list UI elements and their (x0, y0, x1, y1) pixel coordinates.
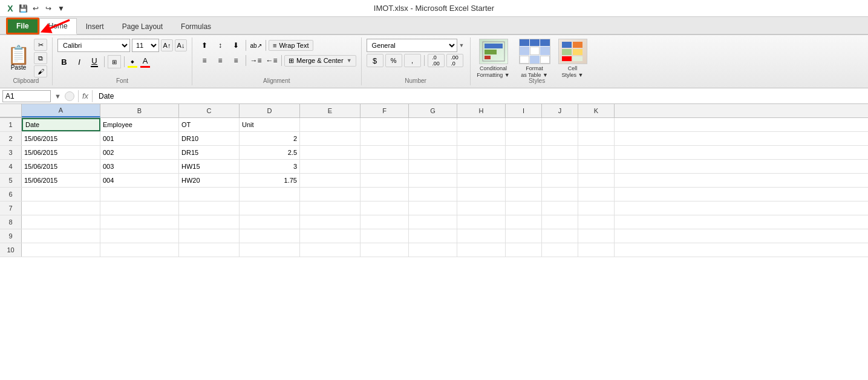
cell-A7[interactable] (22, 201, 100, 215)
cell-K9[interactable] (578, 229, 615, 243)
cell-G8[interactable] (409, 215, 457, 229)
comma-button[interactable]: , (404, 54, 421, 67)
cell-E5[interactable] (300, 174, 361, 187)
cell-styles-button[interactable]: CellStyles ▼ (558, 39, 588, 79)
cell-E6[interactable] (300, 188, 361, 201)
cell-K4[interactable] (578, 160, 615, 173)
cell-J5[interactable] (542, 174, 578, 187)
cell-I4[interactable] (506, 160, 542, 173)
row-number-8[interactable]: 8 (0, 215, 22, 229)
cell-F2[interactable] (361, 132, 409, 145)
cell-ref-dropdown[interactable]: ▼ (53, 93, 62, 100)
col-header-E[interactable]: E (300, 104, 361, 117)
copy-button[interactable]: ⧉ (34, 52, 47, 64)
cell-F7[interactable] (361, 201, 409, 215)
row-number-6[interactable]: 6 (0, 188, 22, 201)
cell-J3[interactable] (542, 146, 578, 159)
currency-button[interactable]: $ (367, 54, 383, 67)
cell-I9[interactable] (506, 229, 542, 243)
cell-J2[interactable] (542, 132, 578, 145)
middle-align-button[interactable]: ↕ (213, 39, 227, 52)
col-header-K[interactable]: K (578, 104, 615, 117)
tab-home[interactable]: Home (39, 18, 77, 34)
format-as-table-button[interactable]: Formatas Table ▼ (514, 39, 556, 79)
row-number-5[interactable]: 5 (0, 174, 22, 187)
col-header-G[interactable]: G (409, 104, 457, 117)
cell-A6[interactable] (22, 188, 100, 201)
orient-button[interactable]: ab↗ (249, 39, 263, 52)
cell-K6[interactable] (578, 188, 615, 201)
cell-K3[interactable] (578, 146, 615, 159)
cell-K1[interactable] (578, 118, 615, 131)
paste-button[interactable]: 📋 Paste (5, 45, 32, 72)
percent-button[interactable]: % (385, 54, 402, 67)
font-grow-button[interactable]: A↑ (161, 39, 173, 51)
cell-K2[interactable] (578, 132, 615, 145)
cell-J7[interactable] (542, 201, 578, 215)
cell-D5[interactable]: 1.75 (240, 174, 300, 187)
cell-G2[interactable] (409, 132, 457, 145)
cell-E10[interactable] (300, 243, 361, 257)
cell-D7[interactable] (240, 201, 300, 215)
cell-E8[interactable] (300, 215, 361, 229)
col-header-B[interactable]: B (100, 104, 179, 117)
cell-C2[interactable]: DR10 (179, 132, 240, 145)
cell-J10[interactable] (542, 243, 578, 257)
cell-H7[interactable] (457, 201, 506, 215)
number-format-dropdown-icon[interactable]: ▼ (459, 42, 465, 48)
cell-D4[interactable]: 3 (240, 160, 300, 173)
italic-button[interactable]: I (73, 55, 86, 68)
merge-center-button[interactable]: ⊞ Merge & Center ▼ (284, 55, 356, 67)
cell-H4[interactable] (457, 160, 506, 173)
cell-I6[interactable] (506, 188, 542, 201)
cell-F3[interactable] (361, 146, 409, 159)
cell-F9[interactable] (361, 229, 409, 243)
cell-C9[interactable] (179, 229, 240, 243)
col-header-C[interactable]: C (179, 104, 240, 117)
cell-B6[interactable] (100, 188, 179, 201)
cell-C5[interactable]: HW20 (179, 174, 240, 187)
customize-quick-icon[interactable]: ▼ (56, 3, 67, 14)
cell-A8[interactable] (22, 215, 100, 229)
decrease-decimal-button[interactable]: .00.0 (446, 54, 463, 67)
cell-J8[interactable] (542, 215, 578, 229)
format-painter-button[interactable]: 🖌 (34, 65, 47, 77)
cell-D10[interactable] (240, 243, 300, 257)
cell-A5[interactable]: 15/06/2015 (22, 174, 100, 187)
cell-H8[interactable] (457, 215, 506, 229)
undo-quick-icon[interactable]: ↩ (30, 3, 41, 14)
cell-K7[interactable] (578, 201, 615, 215)
cell-F4[interactable] (361, 160, 409, 173)
cell-G6[interactable] (409, 188, 457, 201)
cell-D3[interactable]: 2.5 (240, 146, 300, 159)
decrease-indent-button[interactable]: ←≡ (264, 54, 279, 67)
redo-quick-icon[interactable]: ↪ (43, 3, 54, 14)
row-number-2[interactable]: 2 (0, 132, 22, 145)
cell-K8[interactable] (578, 215, 615, 229)
font-size-select[interactable]: 11 (132, 39, 159, 52)
cell-G9[interactable] (409, 229, 457, 243)
increase-indent-button[interactable]: →≡ (249, 54, 263, 67)
cell-E2[interactable] (300, 132, 361, 145)
left-align-button[interactable]: ≡ (197, 54, 212, 67)
cell-I2[interactable] (506, 132, 542, 145)
cell-C4[interactable]: HW15 (179, 160, 240, 173)
tab-file[interactable]: File (6, 18, 39, 34)
cell-F8[interactable] (361, 215, 409, 229)
fill-color-button[interactable]: ⬥ (128, 56, 137, 68)
cell-G4[interactable] (409, 160, 457, 173)
tab-page-layout[interactable]: Page Layout (113, 19, 172, 34)
row-number-4[interactable]: 4 (0, 160, 22, 173)
save-quick-icon[interactable]: 💾 (18, 3, 28, 14)
cell-H10[interactable] (457, 243, 506, 257)
cell-H9[interactable] (457, 229, 506, 243)
col-header-F[interactable]: F (361, 104, 409, 117)
cell-E3[interactable] (300, 146, 361, 159)
cell-I8[interactable] (506, 215, 542, 229)
cell-C7[interactable] (179, 201, 240, 215)
cell-B1[interactable]: Employee (100, 118, 179, 131)
merge-center-dropdown-icon[interactable]: ▼ (347, 57, 352, 64)
cell-H2[interactable] (457, 132, 506, 145)
top-align-button[interactable]: ⬆ (197, 39, 212, 52)
cell-J6[interactable] (542, 188, 578, 201)
